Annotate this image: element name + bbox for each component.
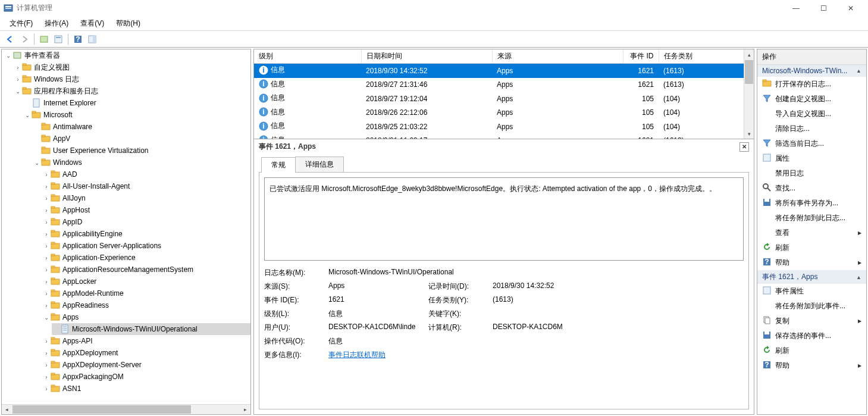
tree-item[interactable]: ›Apps-API — [42, 335, 250, 347]
tree-windows-folder[interactable]: ⌄Windows — [33, 157, 250, 168]
tree-selected-log[interactable]: Microsoft-Windows-TWinUI/Operational — [52, 323, 250, 335]
event-row[interactable]: i信息2018/9/30 14:32:52Apps1621(1613) — [254, 64, 754, 78]
action-item[interactable]: 创建自定义视图... — [757, 92, 866, 107]
tree-item[interactable]: ›AppHost — [42, 204, 250, 216]
event-row[interactable]: i信息2018/9/21 11:03:17Apps1621(1613) — [254, 134, 754, 139]
back-button[interactable] — [4, 33, 17, 46]
tree-event-viewer[interactable]: ⌄事件查看器 — [4, 49, 250, 61]
tree-item[interactable]: ›ApplicabilityEngine — [42, 228, 250, 240]
expand-icon[interactable]: › — [42, 386, 51, 392]
tree-item[interactable]: ›All-User-Install-Agent — [42, 180, 250, 192]
action-item[interactable]: 将任务附加到此事件... — [757, 299, 866, 314]
tree-item[interactable]: ›AppxPackagingOM — [42, 371, 250, 383]
event-row[interactable]: i信息2018/9/27 19:12:04Apps105(104) — [254, 92, 754, 106]
column-taskcat[interactable]: 任务类别 — [659, 49, 754, 64]
action-item[interactable]: 刷新 — [757, 240, 866, 255]
events-list[interactable]: 级别 日期和时间 来源 事件 ID 任务类别 i信息2018/9/30 14:3… — [254, 49, 754, 139]
tree-item[interactable]: User Experience Virtualization — [33, 145, 250, 157]
tree-ie[interactable]: Internet Explorer — [23, 97, 250, 109]
menu-view[interactable]: 查看(V) — [74, 17, 110, 30]
expand-icon[interactable]: › — [42, 267, 51, 273]
minimize-button[interactable]: — — [782, 0, 810, 17]
tab-details[interactable]: 详细信息 — [295, 157, 344, 172]
properties-button[interactable] — [52, 33, 65, 46]
scroll-thumb[interactable] — [745, 60, 753, 84]
tree-item[interactable]: ⌄Apps — [42, 311, 250, 323]
action-item[interactable]: 保存选择的事件... — [757, 329, 866, 343]
collapse-icon[interactable]: ▲ — [856, 274, 861, 280]
action-item[interactable]: ?帮助▶ — [757, 358, 866, 373]
tree-item[interactable]: ›ApplicationResourceManagementSystem — [42, 264, 250, 276]
action-item[interactable]: 查看▶ — [757, 226, 866, 240]
show-hide-tree-button[interactable] — [37, 33, 51, 46]
tree-item[interactable]: ›AAD — [42, 168, 250, 180]
scroll-down-button[interactable]: ▾ — [744, 129, 754, 139]
menu-file[interactable]: 文件(F) — [4, 17, 39, 30]
action-item[interactable]: 将任务附加到此日志... — [757, 211, 866, 226]
expand-icon[interactable]: › — [42, 207, 51, 214]
column-eventid[interactable]: 事件 ID — [623, 49, 659, 64]
tree-item[interactable]: ›AppID — [42, 216, 250, 228]
action-item[interactable]: ?帮助▶ — [757, 255, 866, 270]
action-item[interactable]: 筛选当前日志... — [757, 136, 866, 151]
navigation-tree[interactable]: ⌄事件查看器 ›自定义视图 ›Windows 日志 ⌄应用程序和服务日志 Int… — [2, 49, 250, 395]
menu-help[interactable]: 帮助(H) — [110, 17, 146, 30]
tree-windows-logs[interactable]: ›Windows 日志 — [14, 73, 250, 85]
action-item[interactable]: 导入自定义视图... — [757, 107, 866, 121]
expand-icon[interactable]: › — [42, 279, 51, 285]
action-item[interactable]: 事件属性 — [757, 284, 866, 299]
more-info-link[interactable]: 事件日志联机帮助 — [328, 351, 386, 359]
expand-icon[interactable]: › — [42, 183, 51, 190]
tree-item[interactable]: ›AppXDeployment-Server — [42, 359, 250, 371]
tree-item[interactable]: Antimalware — [33, 121, 250, 133]
tree-item[interactable]: ›AllJoyn — [42, 192, 250, 204]
tab-general[interactable]: 常规 — [261, 157, 296, 173]
scroll-left-button[interactable]: ◂ — [2, 405, 12, 414]
collapse-icon[interactable]: ⌄ — [14, 88, 22, 95]
expand-icon[interactable]: › — [42, 195, 51, 202]
event-row[interactable]: i信息2018/9/27 21:31:46Apps1621(1613) — [254, 78, 754, 92]
action-item[interactable]: 打开保存的日志... — [757, 77, 866, 92]
scroll-thumb[interactable] — [12, 405, 191, 414]
action-item[interactable]: 属性 — [757, 151, 866, 166]
expand-icon[interactable]: › — [42, 290, 51, 297]
tree-app-service-logs[interactable]: ⌄应用程序和服务日志 — [14, 85, 250, 97]
expand-icon[interactable]: › — [42, 350, 51, 356]
collapse-icon[interactable]: ▲ — [856, 68, 861, 74]
expand-icon[interactable]: › — [42, 374, 51, 380]
tree-item[interactable]: ›AppLocker — [42, 276, 250, 287]
actions-section-event[interactable]: 事件 1621，Apps▲ — [757, 270, 866, 284]
detail-close-button[interactable]: ✕ — [739, 142, 749, 152]
column-level[interactable]: 级别 — [254, 49, 361, 64]
expand-icon[interactable]: › — [42, 362, 51, 368]
expand-icon[interactable]: › — [42, 171, 51, 178]
maximize-button[interactable]: ☐ — [810, 0, 837, 17]
tree-horizontal-scrollbar[interactable]: ◂ ▸ — [2, 404, 250, 414]
tree-item[interactable]: ›AppReadiness — [42, 299, 250, 311]
close-button[interactable]: ✕ — [837, 0, 864, 17]
expand-icon[interactable]: › — [42, 219, 51, 226]
forward-button[interactable] — [18, 33, 31, 46]
expand-icon[interactable]: › — [42, 302, 51, 309]
action-item[interactable]: 禁用日志 — [757, 166, 866, 181]
actions-section-log[interactable]: Microsoft-Windows-TWin...▲ — [757, 65, 866, 77]
action-item[interactable]: 查找... — [757, 181, 866, 196]
expand-icon[interactable]: › — [42, 231, 51, 237]
collapse-icon[interactable]: ⌄ — [33, 159, 41, 166]
collapse-icon[interactable]: ⌄ — [42, 314, 51, 321]
help-button[interactable]: ? — [71, 33, 84, 46]
event-row[interactable]: i信息2018/9/26 22:12:06Apps105(104) — [254, 106, 754, 120]
column-datetime[interactable]: 日期和时间 — [361, 49, 492, 64]
action-pane-button[interactable] — [86, 33, 99, 46]
events-vertical-scrollbar[interactable]: ▴ ▾ — [744, 49, 754, 139]
expand-icon[interactable]: › — [42, 255, 51, 261]
column-source[interactable]: 来源 — [492, 49, 623, 64]
expand-icon[interactable]: › — [14, 64, 22, 71]
collapse-icon[interactable]: ⌄ — [23, 112, 32, 118]
tree-item[interactable]: ›AppModel-Runtime — [42, 287, 250, 299]
action-item[interactable]: 刷新 — [757, 343, 866, 358]
event-row[interactable]: i信息2018/9/25 21:03:22Apps105(104) — [254, 120, 754, 134]
tree-item[interactable]: ›ASN1 — [42, 383, 250, 395]
tree-item[interactable]: ›Application-Experience — [42, 252, 250, 264]
tree-item[interactable]: ›Application Server-Applications — [42, 240, 250, 252]
